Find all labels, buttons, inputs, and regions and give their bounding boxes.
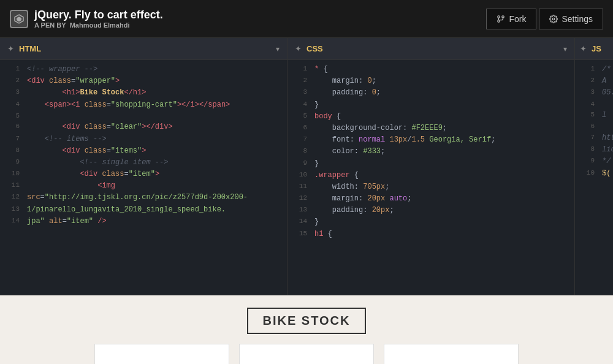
js-line-7: 7 http <box>575 132 613 144</box>
js-panel-title: JS <box>592 44 608 53</box>
html-panel-icon: ✦ <box>7 44 14 53</box>
css-line-7: 7 font: normal 13px/1.5 Georgia, Serif; <box>287 134 574 146</box>
header-title-block: jQuery. Fly to cart effect. A PEN BY Mah… <box>34 9 163 29</box>
css-line-4: 4 } <box>287 99 574 111</box>
html-line-6: 6 <div class="clear"></div> <box>0 121 287 133</box>
editors-area: ✦ HTML ▾ 1 <!-- wrapper --> 2 <div class… <box>0 38 613 295</box>
settings-label: Settings <box>562 14 593 24</box>
fork-button[interactable]: Fork <box>486 9 536 29</box>
svg-marker-1 <box>17 17 21 22</box>
app-title: jQuery. Fly to cart effect. <box>34 9 163 21</box>
html-line-9: 9 <!-- single item --> <box>0 157 287 169</box>
bike-card-3 <box>384 344 519 364</box>
app-subtitle: A PEN BY Mahmoud Elmahdi <box>34 21 163 29</box>
html-line-3: 3 <h1>Bike Stock</h1> <box>0 87 287 99</box>
js-line-9: 9 */ <box>575 156 613 167</box>
bike-image-1 <box>113 359 211 364</box>
js-panel-header: ✦ JS <box>575 38 613 60</box>
html-line-4: 4 <span><i class="shopping-cart"></i></s… <box>0 99 287 111</box>
html-line-7: 7 <!-- items --> <box>0 134 287 145</box>
css-line-6: 6 background-color: #F2EEE9; <box>287 123 574 134</box>
settings-button[interactable]: Settings <box>539 9 603 29</box>
html-panel-header: ✦ HTML ▾ <box>0 38 287 60</box>
js-line-3: 3 05. <box>575 87 613 99</box>
js-line-4: 4 <box>575 99 613 110</box>
js-panel-icon: ✦ <box>580 44 587 53</box>
css-line-14: 14 } <box>287 216 574 228</box>
css-line-12: 12 margin: 20px auto; <box>287 193 574 205</box>
css-line-8: 8 color: #333; <box>287 146 574 157</box>
bikes-row <box>94 344 519 364</box>
html-line-5: 5 <box>0 111 287 122</box>
svg-point-2 <box>498 15 500 18</box>
bike-card-2 <box>239 344 374 364</box>
html-panel-title: HTML <box>19 44 271 53</box>
js-line-1: 1 /* <box>575 64 613 75</box>
html-line-1: 1 <!-- wrapper --> <box>0 64 287 75</box>
fork-label: Fork <box>509 14 526 24</box>
bike-stock-title: BIKE STOCK <box>247 308 367 334</box>
app-logo-icon <box>10 10 28 28</box>
css-line-5: 5 body { <box>287 111 574 123</box>
css-code-content: 1 * { 2 margin: 0; 3 padding: 0; 4 } 5 b… <box>287 60 574 295</box>
css-panel: ✦ CSS ▾ 1 * { 2 margin: 0; 3 padding: 0;… <box>287 38 575 295</box>
css-line-10: 10 .wrapper { <box>287 170 574 181</box>
html-line-14: 14 jpa" alt="item" /> <box>0 216 287 227</box>
svg-point-3 <box>498 20 500 22</box>
header-logo: jQuery. Fly to cart effect. A PEN BY Mah… <box>10 9 486 29</box>
css-line-11: 11 width: 705px; <box>287 181 574 193</box>
svg-point-4 <box>502 15 504 18</box>
app-header: jQuery. Fly to cart effect. A PEN BY Mah… <box>0 0 613 38</box>
css-line-1: 1 * { <box>287 64 574 75</box>
html-panel: ✦ HTML ▾ 1 <!-- wrapper --> 2 <div class… <box>0 38 287 295</box>
html-line-8: 8 <div class="items"> <box>0 145 287 157</box>
css-panel-arrow[interactable]: ▾ <box>563 45 567 53</box>
css-line-9: 9 } <box>287 158 574 170</box>
subtitle-prefix: A PEN BY <box>34 21 66 29</box>
html-line-2: 2 <div class="wrapper"> <box>0 75 287 87</box>
css-line-2: 2 margin: 0; <box>287 75 574 87</box>
js-code-content: 1 /* 2 A 3 05. 4 5 l 6 <box>575 60 613 295</box>
html-line-12: 12 src="http://img.tjskl.org.cn/pic/z257… <box>0 192 287 203</box>
js-panel: ✦ JS 1 /* 2 A 3 05. 4 5 l <box>575 38 613 295</box>
css-line-3: 3 padding: 0; <box>287 87 574 99</box>
css-line-15: 15 h1 { <box>287 229 574 240</box>
css-panel-icon: ✦ <box>295 44 302 53</box>
bike-image-2 <box>257 359 356 364</box>
html-line-13: 13 1/pinarello_lungavita_2010_single_spe… <box>0 204 287 216</box>
header-buttons: Fork Settings <box>486 9 603 29</box>
bike-card-1 <box>94 344 229 364</box>
css-panel-title: CSS <box>306 44 558 53</box>
js-line-2: 2 A <box>575 75 613 87</box>
css-line-13: 13 padding: 20px; <box>287 205 574 216</box>
html-code-content: 1 <!-- wrapper --> 2 <div class="wrapper… <box>0 60 287 295</box>
html-line-10: 10 <div class="item"> <box>0 169 287 180</box>
author-name: Mahmoud Elmahdi <box>70 21 130 29</box>
preview-area: BIKE STOCK <box>0 295 613 364</box>
html-line-11: 11 <img <box>0 180 287 192</box>
js-line-10: 10 $( <box>575 168 613 180</box>
svg-point-5 <box>553 18 555 20</box>
bike-image-3 <box>402 359 500 364</box>
js-line-5: 5 l <box>575 110 613 121</box>
js-line-8: 8 lic <box>575 144 613 156</box>
js-line-6: 6 <box>575 121 613 132</box>
html-panel-arrow[interactable]: ▾ <box>276 45 280 53</box>
css-panel-header: ✦ CSS ▾ <box>287 38 574 60</box>
